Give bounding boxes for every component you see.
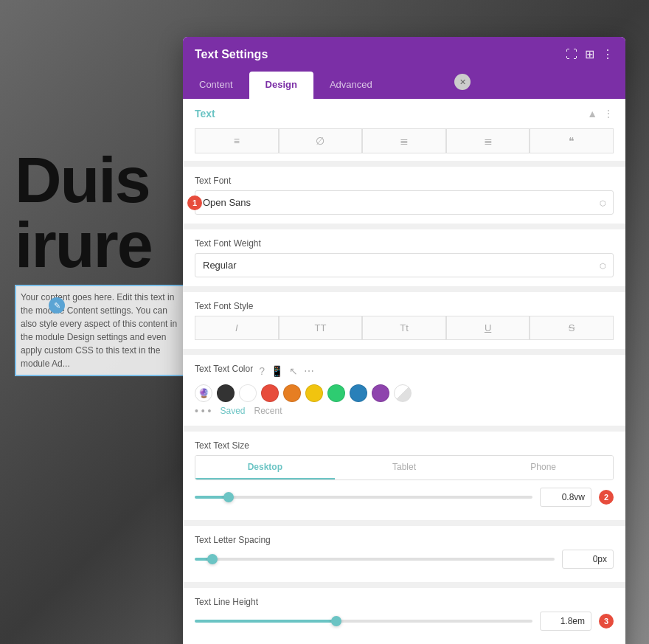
saved-tab[interactable]: Saved <box>220 406 245 416</box>
eyedropper-btn[interactable]: 🔮 <box>195 384 212 402</box>
size-tab-desktop[interactable]: Desktop <box>195 456 335 479</box>
text-align-row: ≡ ∅ ≣ ≣ ❝ <box>183 125 625 161</box>
divider-5 <box>183 426 625 432</box>
panel-close-button[interactable]: ✕ <box>454 74 471 90</box>
hero-text: Duis irure <box>15 148 192 277</box>
badge-3: 3 <box>599 614 614 629</box>
divider-6 <box>183 520 625 526</box>
font-style-row: I TT Tt U S <box>195 316 614 340</box>
size-tab-tablet[interactable]: Tablet <box>335 456 474 479</box>
align-quote-btn[interactable]: ❝ <box>530 128 614 153</box>
text-font-weight-label: Text Font Weight <box>195 238 614 249</box>
text-font-group: Text Font 1 Open Sans Arial Roboto <box>183 167 625 224</box>
text-font-style-label: Text Font Style <box>195 301 614 311</box>
recent-tab[interactable]: Recent <box>254 406 282 416</box>
content-preview-text: Your content goes here. Edit this text i… <box>15 285 192 376</box>
align-list-btn[interactable]: ≣ <box>362 128 446 153</box>
letter-spacing-slider-row <box>195 550 614 569</box>
text-color-group: Text Text Color ? 📱 ↖ ⋯ 🔮 • • • S <box>183 355 625 426</box>
tab-advanced[interactable]: Advanced <box>313 72 389 99</box>
size-tab-phone[interactable]: Phone <box>473 456 613 479</box>
color-gradient[interactable] <box>394 384 412 402</box>
ellipsis-icon[interactable]: ⋯ <box>304 365 314 377</box>
letter-spacing-thumb[interactable] <box>207 554 218 564</box>
style-uppercase-btn[interactable]: TT <box>279 316 363 340</box>
panel-header: Text Settings ⛶ ⊞ ⋮ <box>183 37 625 72</box>
text-settings-panel: Text Settings ⛶ ⊞ ⋮ Content Design Advan… <box>183 37 625 644</box>
letter-spacing-group: Text Letter Spacing <box>183 526 625 582</box>
line-height-thumb[interactable] <box>331 616 341 626</box>
badge-1: 1 <box>187 195 202 210</box>
help-icon[interactable]: ? <box>259 365 265 377</box>
panel-tabs: Content Design Advanced <box>183 72 625 99</box>
text-font-weight-group: Text Font Weight Regular Bold Light 600 <box>183 229 625 286</box>
color-black[interactable] <box>217 384 235 402</box>
text-size-label: Text Text Size <box>195 440 614 451</box>
section-header-text: Text ▲ ⋮ <box>183 99 625 125</box>
color-green[interactable] <box>327 384 345 402</box>
text-font-select-wrapper: Open Sans Arial Roboto <box>195 190 614 215</box>
color-blue[interactable] <box>350 384 367 402</box>
mobile-icon[interactable]: 📱 <box>271 365 283 377</box>
text-font-label: Text Font <box>195 176 614 186</box>
line-height-label: Text Line Height <box>195 597 614 607</box>
color-swatches: 🔮 <box>195 384 614 402</box>
text-font-weight-select-wrapper: Regular Bold Light 600 <box>195 253 614 277</box>
color-orange[interactable] <box>283 384 301 402</box>
divider-2 <box>183 224 625 229</box>
edit-icon-badge[interactable]: ✎ <box>49 297 65 314</box>
divider-3 <box>183 286 625 292</box>
color-red[interactable] <box>261 384 279 402</box>
text-size-input[interactable] <box>540 488 591 507</box>
cursor-icon[interactable]: ↖ <box>289 365 298 377</box>
panel-title: Text Settings <box>195 48 268 61</box>
color-bottom-row: • • • Saved Recent <box>195 405 614 417</box>
text-font-weight-select[interactable]: Regular Bold Light 600 <box>195 253 614 277</box>
align-none-btn[interactable]: ∅ <box>279 128 363 153</box>
more-colors-btn[interactable]: • • • <box>195 405 211 417</box>
color-yellow[interactable] <box>305 384 323 402</box>
line-height-slider[interactable] <box>195 620 532 623</box>
panel-header-icons: ⛶ ⊞ ⋮ <box>566 47 614 61</box>
letter-spacing-slider[interactable] <box>195 558 555 561</box>
tab-design[interactable]: Design <box>249 72 313 99</box>
line-height-slider-row: 3 <box>195 612 614 631</box>
align-ordered-btn[interactable]: ≣ <box>446 128 530 153</box>
style-capitalize-btn[interactable]: Tt <box>362 316 446 340</box>
divider-4 <box>183 349 625 355</box>
collapse-icon[interactable]: ▲ <box>587 108 597 120</box>
style-italic-btn[interactable]: I <box>195 316 279 340</box>
tab-content[interactable]: Content <box>183 72 249 99</box>
color-tools-row: Text Text Color ? 📱 ↖ ⋯ <box>195 364 614 378</box>
section-header-icons: ▲ ⋮ <box>587 108 614 120</box>
panel-body: Text ▲ ⋮ ≡ ∅ ≣ ≣ ❝ Text Font 1 Open Sans <box>183 99 625 644</box>
divider-1 <box>183 161 625 167</box>
text-font-select[interactable]: Open Sans Arial Roboto <box>195 190 614 215</box>
line-height-group: Text Line Height 3 <box>183 588 625 644</box>
badge-2: 2 <box>599 490 614 505</box>
style-underline-btn[interactable]: U <box>446 316 530 340</box>
text-color-label: Text Text Color <box>195 364 253 374</box>
divider-7 <box>183 582 625 588</box>
text-font-style-group: Text Font Style I TT Tt U S <box>183 292 625 349</box>
more-icon[interactable]: ⋮ <box>602 47 614 61</box>
line-height-input[interactable] <box>540 612 591 631</box>
style-strikethrough-btn[interactable]: S <box>530 316 614 340</box>
columns-icon[interactable]: ⊞ <box>585 47 594 61</box>
color-white[interactable] <box>239 384 257 402</box>
section-title: Text <box>195 108 215 120</box>
color-purple[interactable] <box>372 384 389 402</box>
text-size-thumb[interactable] <box>223 492 234 502</box>
text-size-slider[interactable] <box>195 496 532 499</box>
section-more-icon[interactable]: ⋮ <box>603 108 614 120</box>
letter-spacing-input[interactable] <box>562 550 614 569</box>
letter-spacing-label: Text Letter Spacing <box>195 535 614 545</box>
text-size-group: Text Text Size Desktop Tablet Phone 2 <box>183 432 625 520</box>
text-size-slider-row: 2 <box>195 488 614 507</box>
size-device-tabs: Desktop Tablet Phone <box>195 455 614 480</box>
background-text-block: Duis irure Your content goes here. Edit … <box>15 148 192 376</box>
align-left-btn[interactable]: ≡ <box>195 128 279 153</box>
fullscreen-icon[interactable]: ⛶ <box>566 48 577 61</box>
